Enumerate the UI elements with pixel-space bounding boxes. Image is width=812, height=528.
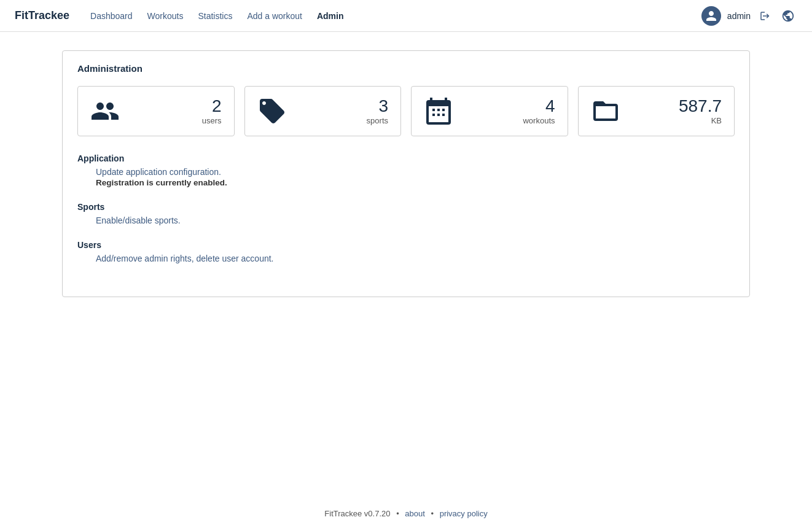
section-content-users: Add/remove admin rights, delete user acc…	[77, 254, 735, 263]
stat-number-users: 2	[212, 97, 222, 116]
section-content-application: Update application configuration. Regist…	[77, 167, 735, 187]
stat-card-workouts: 4 workouts	[411, 86, 568, 136]
stat-label-workouts: workouts	[523, 116, 555, 125]
stats-row: 2 users 3 sports	[77, 86, 735, 136]
footer-brand: FitTrackee	[324, 509, 362, 518]
brand-logo[interactable]: FitTrackee	[15, 9, 69, 22]
stat-label-users: users	[202, 116, 222, 125]
avatar[interactable]	[701, 6, 721, 26]
footer-dot-2: •	[431, 509, 434, 518]
stat-info-workouts: 4 workouts	[463, 97, 555, 125]
nav-right: admin	[701, 6, 797, 26]
nav-username: admin	[727, 11, 751, 21]
users-icon	[90, 96, 120, 126]
stat-card-storage: 587.7 KB	[578, 86, 735, 136]
stat-number-workouts: 4	[545, 97, 555, 116]
main-content: Administration 2 users	[0, 32, 812, 499]
nav-link-add-workout[interactable]: Add a workout	[241, 7, 308, 25]
section-title-application: Application	[77, 153, 735, 163]
section-application: Application Update application configura…	[77, 153, 735, 187]
stat-info-sports: 3 sports	[297, 97, 389, 125]
admin-card-title: Administration	[77, 63, 735, 74]
footer: FitTrackee v0.7.20 • about • privacy pol…	[0, 499, 812, 528]
language-button[interactable]	[779, 7, 797, 25]
section-users: Users Add/remove admin rights, delete us…	[77, 240, 735, 263]
stat-label-storage: KB	[711, 116, 722, 125]
section-title-users: Users	[77, 240, 735, 250]
section-sports: Sports Enable/disable sports.	[77, 202, 735, 225]
sports-icon	[257, 96, 287, 126]
footer-link-privacy[interactable]: privacy policy	[440, 509, 488, 518]
section-title-sports: Sports	[77, 202, 735, 212]
nav-link-workouts[interactable]: Workouts	[141, 7, 190, 25]
navbar: FitTrackee Dashboard Workouts Statistics…	[0, 0, 812, 32]
users-link[interactable]: Add/remove admin rights, delete user acc…	[96, 254, 274, 263]
nav-links: Dashboard Workouts Statistics Add a work…	[84, 7, 701, 25]
section-content-sports: Enable/disable sports.	[77, 215, 735, 225]
stat-info-storage: 587.7 KB	[630, 97, 722, 125]
stat-label-sports: sports	[367, 116, 388, 125]
admin-card: Administration 2 users	[62, 50, 750, 297]
footer-version: v0.7.20	[364, 509, 391, 518]
stat-number-sports: 3	[378, 97, 388, 116]
workouts-icon	[424, 96, 453, 126]
sports-link[interactable]: Enable/disable sports.	[96, 215, 181, 225]
application-registration-status: Registration is currently enabled.	[96, 178, 735, 187]
application-config-link[interactable]: Update application configuration.	[96, 167, 221, 177]
stat-card-sports: 3 sports	[244, 86, 402, 136]
stat-card-users: 2 users	[77, 86, 235, 136]
logout-button[interactable]	[757, 8, 773, 24]
nav-link-admin[interactable]: Admin	[311, 7, 350, 25]
nav-link-dashboard[interactable]: Dashboard	[84, 7, 139, 25]
stat-number-storage: 587.7	[679, 97, 722, 116]
footer-link-about[interactable]: about	[405, 509, 425, 518]
storage-icon	[591, 96, 620, 126]
footer-dot-1: •	[396, 509, 399, 518]
stat-info-users: 2 users	[130, 97, 222, 125]
nav-link-statistics[interactable]: Statistics	[192, 7, 238, 25]
